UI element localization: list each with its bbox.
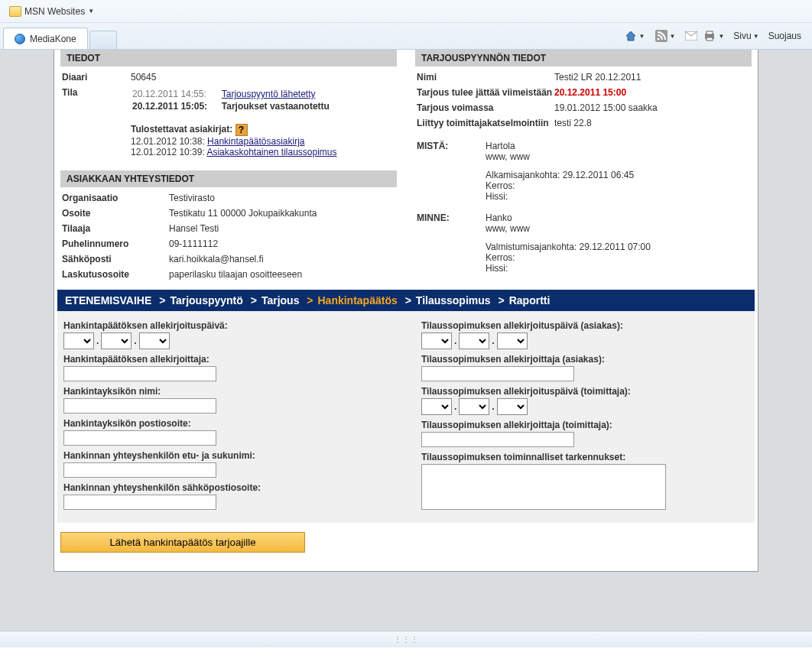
home-icon[interactable] (624, 29, 638, 43)
resize-grip-icon: ⋮⋮⋮ (394, 635, 419, 644)
folder-icon (9, 6, 21, 17)
phone-label: Puhelinnumero (62, 238, 169, 249)
page-menu[interactable]: Sivu (733, 31, 751, 41)
liittyy-label: Liittyy toimittajakatselmointiin (417, 118, 554, 128)
from-floor: Kerros: (486, 180, 750, 191)
to-floor: Kerros: (486, 252, 750, 263)
doc2-ts: 12.01.2012 10:39: (131, 147, 205, 157)
tilaaja-label: Tilaaja (62, 223, 169, 234)
l-signer-label: Hankintapäätöksen allekirjoittaja: (63, 354, 391, 365)
l-sign-date: . . (63, 332, 391, 349)
l-unit-addr-input[interactable] (63, 430, 216, 446)
r-supp-day[interactable] (421, 398, 452, 415)
nimi-value: Testi2 LR 20.12.2011 (554, 72, 750, 83)
l-year-select[interactable] (139, 332, 170, 349)
browser-tab-active[interactable]: MediaKone (3, 28, 88, 49)
l-unit-addr-label: Hankintayksikön postiosoite: (63, 418, 391, 429)
to-label: MINNE: (417, 212, 486, 274)
to-elev: Hissi: (486, 263, 750, 274)
r-signer-supp-label: Tilaussopimuksen allekirjoittaja (toimit… (421, 420, 749, 430)
doc2-link[interactable]: Asiakaskohtainen tilaussopimus (206, 147, 336, 157)
tila-text2: Tarjoukset vastaanotettu (222, 101, 330, 112)
deadline-value: 20.12.2011 15:00 (554, 87, 750, 98)
to-city: Hanko (486, 212, 750, 223)
svg-rect-0 (655, 30, 667, 42)
progress-nav: ETENEMISVAIHE > Tarjouspyyntö > Tarjous … (57, 290, 755, 311)
tila-block: 20.12.2011 14:55: Tarjouspyyntö lähetett… (131, 87, 395, 157)
deadline-label: Tarjous tulee jättää viimeistään (417, 87, 554, 98)
diaari-value: 50645 (131, 72, 395, 83)
l-month-select[interactable] (101, 332, 132, 349)
from-label: MISTÄ: (417, 141, 486, 202)
submit-button[interactable]: Lähetä hankintapäätös tarjoajille (60, 532, 305, 553)
to-done: Valmistumisajankohta: 29.12.2011 07:00 (486, 242, 750, 252)
tila-link1[interactable]: Tarjouspyyntö lähetetty (222, 89, 316, 99)
r-signer-cust-label: Tilaussopimuksen allekirjoittaja (asiaka… (421, 354, 749, 365)
valid-value: 19.01.2012 15:00 saakka (554, 102, 750, 113)
tila-ts2: 20.12.2011 15:05: (132, 101, 207, 112)
l-unit-name-input[interactable] (63, 398, 216, 414)
from-city: Hartola (486, 141, 750, 151)
form-right: Tilaussopimuksen allekirjoituspäivä (asi… (421, 320, 749, 517)
chevron-down-icon[interactable]: ▼ (639, 33, 645, 40)
browser-chrome: MSN Websites ▼ MediaKone ▼ ▼ (0, 0, 812, 50)
r-cust-day[interactable] (421, 332, 452, 349)
org-label: Organisaatio (62, 193, 169, 203)
r-cust-month[interactable] (459, 332, 489, 349)
addr-value: Testikatu 11 00000 Jokupaikkakunta (169, 208, 395, 219)
svg-rect-5 (706, 37, 713, 41)
step-tarjous[interactable]: Tarjous (261, 294, 300, 307)
new-tab-button[interactable] (89, 31, 117, 49)
l-contact-name-label: Hankinnan yhteyshenkilön etu- ja sukunim… (63, 450, 391, 461)
r-signer-supp-input[interactable] (421, 432, 574, 447)
help-icon[interactable]: ? (235, 124, 248, 136)
tab-bar: MediaKone ▼ ▼ ▼ Sivu (0, 23, 812, 49)
l-signer-input[interactable] (63, 366, 216, 381)
from-block: Hartola www, www Alkamisajankohta: 29.12… (486, 141, 750, 202)
svg-rect-4 (706, 31, 713, 34)
addr-label: Osoite (62, 208, 169, 219)
ie-icon (15, 34, 25, 44)
page-body: TIEDOT Diaari 50645 Tila 20.12.2011 14:5… (54, 50, 758, 572)
safety-menu[interactable]: Suojaus (768, 31, 801, 41)
tab-title: MediaKone (30, 34, 76, 44)
print-icon[interactable] (703, 29, 716, 43)
r-notes-textarea[interactable] (421, 464, 666, 510)
to-www: www, www (486, 223, 750, 234)
l-contact-name-input[interactable] (63, 462, 216, 478)
step-hankintapaatos[interactable]: Hankintapäätös (318, 294, 398, 307)
l-contact-email-label: Hankinnan yhteyshenkilön sähköpostiosoit… (63, 482, 391, 493)
right-column: TARJOUSPYYNNÖN TIEDOT NimiTesti2 LR 20.1… (415, 50, 752, 282)
chevron-down-icon[interactable]: ▼ (718, 33, 724, 40)
rss-icon[interactable] (654, 29, 668, 43)
left-column: TIEDOT Diaari 50645 Tila 20.12.2011 14:5… (60, 50, 397, 282)
r-supp-month[interactable] (459, 398, 489, 415)
r-cust-year[interactable] (497, 332, 528, 349)
progress-title: ETENEMISVAIHE (65, 294, 151, 307)
section-rfq: TARJOUSPYYNNÖN TIEDOT (415, 50, 752, 66)
l-contact-email-input[interactable] (63, 495, 216, 510)
doc1-link[interactable]: Hankintapäätösasiakirja (207, 136, 304, 147)
section-tiedot: TIEDOT (60, 50, 397, 66)
favorites-bar: MSN Websites ▼ (0, 0, 812, 23)
step-raportti[interactable]: Raportti (509, 294, 551, 307)
fav-label: MSN Websites (24, 6, 85, 17)
r-sign-date-supp-label: Tilaussopimuksen allekirjoituspäivä (toi… (421, 386, 749, 397)
mail-icon[interactable] (684, 29, 698, 43)
r-signer-cust-input[interactable] (421, 366, 574, 381)
email-label: Sähköposti (62, 254, 169, 264)
phone-value: 09-1111112 (169, 238, 395, 249)
r-sign-date-cust-label: Tilaussopimuksen allekirjoituspäivä (asi… (421, 320, 749, 331)
chevron-down-icon[interactable]: ▼ (670, 33, 676, 40)
chevron-down-icon[interactable]: ▼ (753, 33, 759, 40)
favorites-folder-msn[interactable]: MSN Websites ▼ (3, 5, 100, 18)
step-tilaussopimus[interactable]: Tilaussopimus (416, 294, 491, 307)
tilaaja-value: Hansel Testi (169, 223, 395, 234)
r-supp-year[interactable] (497, 398, 528, 415)
tila-label: Tila (62, 87, 131, 157)
step-tarjouspyynto[interactable]: Tarjouspyyntö (170, 294, 242, 307)
to-block: Hanko www, www Valmistumisajankohta: 29.… (486, 212, 750, 274)
content-area: TIEDOT Diaari 50645 Tila 20.12.2011 14:5… (0, 50, 812, 631)
svg-point-1 (657, 38, 659, 41)
l-day-select[interactable] (63, 332, 94, 349)
